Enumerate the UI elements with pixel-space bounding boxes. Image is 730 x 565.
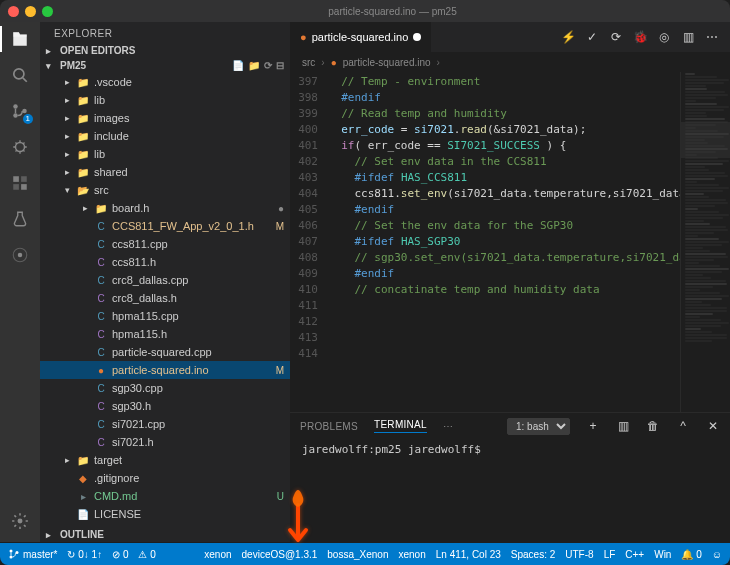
status-os-version[interactable]: deviceOS@1.3.1 [242,549,318,560]
svg-point-13 [10,550,13,553]
more-actions-icon[interactable]: ⋯ [704,29,720,45]
new-folder-icon[interactable]: 📁 [248,60,260,71]
tree-item-label: images [94,112,284,124]
terminal-selector[interactable]: 1: bash [507,418,570,435]
file-row[interactable]: Ccrc8_dallas.cpp [40,271,290,289]
status-win[interactable]: Win [654,549,671,560]
minimap[interactable] [680,72,730,412]
status-flash-target[interactable]: bossa_Xenon [327,549,388,560]
search-activity-icon[interactable] [9,64,31,86]
tab-active-file[interactable]: ● particle-squared.ino [290,22,432,52]
file-row[interactable]: CCCS811_FW_App_v2_0_1.hM [40,217,290,235]
tree-item-label: board.h [112,202,270,214]
breadcrumbs[interactable]: src › ● particle-squared.ino › [290,52,730,72]
status-cursor-position[interactable]: Ln 411, Col 23 [436,549,501,560]
settings-activity-icon[interactable] [9,510,31,532]
close-window-button[interactable] [8,6,19,17]
flash-icon[interactable]: ⚡ [560,29,576,45]
file-row[interactable]: Cparticle-squared.cpp [40,343,290,361]
file-row[interactable]: Csi7021.cpp [40,415,290,433]
test-activity-icon[interactable] [9,208,31,230]
status-sync[interactable]: ↻ 0↓ 1↑ [67,549,102,560]
split-terminal-icon[interactable]: ▥ [616,419,630,433]
status-indentation[interactable]: Spaces: 2 [511,549,555,560]
minimize-window-button[interactable] [25,6,36,17]
status-errors[interactable]: ⊘ 0 [112,549,128,560]
new-file-icon[interactable]: 📄 [232,60,244,71]
compile-icon[interactable]: ✓ [584,29,600,45]
folder-row[interactable]: ▸📁lib [40,91,290,109]
window-controls [8,6,53,17]
folder-row[interactable]: ▸📁target [40,451,290,469]
tree-item-label: shared [94,166,284,178]
tree-item-label: .vscode [94,76,284,88]
file-row[interactable]: Cccs811.h [40,253,290,271]
panel-tab-problems[interactable]: Problems [300,421,358,432]
code-content[interactable]: // Temp - environment #endif // Read tem… [328,72,680,412]
status-language[interactable]: C++ [625,549,644,560]
file-row[interactable]: Csi7021.h [40,433,290,451]
debug-icon[interactable]: 🐞 [632,29,648,45]
chevron-right-icon: ▸ [46,46,56,56]
file-row[interactable]: Chpma115.cpp [40,307,290,325]
maximize-panel-icon[interactable]: ^ [676,419,690,433]
particle-activity-icon[interactable] [9,244,31,266]
folder-row[interactable]: ▸📁.vscode [40,73,290,91]
folder-row[interactable]: ▸📁shared [40,163,290,181]
file-row[interactable]: ●particle-squared.inoM [40,361,290,379]
status-eol[interactable]: LF [604,549,616,560]
status-warnings[interactable]: ⚠ 0 [138,549,155,560]
file-row[interactable]: 📄LICENSE [40,505,290,523]
refresh-icon[interactable]: ⟳ [264,60,272,71]
maximize-window-button[interactable] [42,6,53,17]
folder-icon: 📁 [76,95,90,106]
code-editor[interactable]: 3973983994004014024034044054064074084094… [290,72,730,412]
tree-item-label: ccs811.cpp [112,238,284,250]
terminal-content[interactable]: jaredwolff:pm25 jaredwolff$ [290,439,730,542]
folder-row[interactable]: ▸📁board.h● [40,199,290,217]
file-row[interactable]: ◆.gitignore [40,469,290,487]
file-tree: ▸📁.vscode▸📁lib▸📁images▸📁include▸📁lib▸📁sh… [40,73,290,527]
file-icon: C [94,329,108,340]
folder-row[interactable]: ▸📁lib [40,145,290,163]
breadcrumb-folder[interactable]: src [302,57,315,68]
target-icon[interactable]: ◎ [656,29,672,45]
panel-tab-more[interactable]: ⋯ [443,421,453,432]
status-notifications[interactable]: 🔔 0 [681,549,701,560]
status-branch[interactable]: master* [8,548,57,560]
file-row[interactable]: Ccrc8_dallas.h [40,289,290,307]
status-encoding[interactable]: UTF-8 [565,549,593,560]
tree-item-label: LICENSE [94,508,284,520]
chevron-right-icon: ▸ [62,77,72,87]
folder-row[interactable]: ▸📁images [40,109,290,127]
status-target-name[interactable]: xenon [398,549,425,560]
folder-row[interactable]: ▸📁include [40,127,290,145]
close-panel-icon[interactable]: ✕ [706,419,720,433]
file-row[interactable]: Csgp30.h [40,397,290,415]
collapse-icon[interactable]: ⊟ [276,60,284,71]
sync-icon[interactable]: ⟳ [608,29,624,45]
file-row[interactable]: ▸CMD.mdU [40,487,290,505]
modified-dot-icon [413,33,421,41]
status-device[interactable]: xenon [204,549,231,560]
kill-terminal-icon[interactable]: 🗑 [646,419,660,433]
file-row[interactable]: Csgp30.cpp [40,379,290,397]
debug-activity-icon[interactable] [9,136,31,158]
scm-activity-icon[interactable]: 1 [9,100,31,122]
workspace-section[interactable]: ▾ PM25 📄 📁 ⟳ ⊟ [40,58,290,73]
open-editors-section[interactable]: ▸ Open Editors [40,43,290,58]
tree-item-label: lib [94,148,284,160]
status-feedback[interactable]: ☺ [712,549,722,560]
branch-icon [8,548,20,560]
new-terminal-icon[interactable]: + [586,419,600,433]
svg-rect-6 [13,176,19,182]
file-row[interactable]: Chpma115.h [40,325,290,343]
split-editor-icon[interactable]: ▥ [680,29,696,45]
outline-section[interactable]: ▸ Outline [40,527,290,542]
explorer-activity-icon[interactable] [9,28,31,50]
folder-row[interactable]: ▾📂src [40,181,290,199]
file-row[interactable]: Cccs811.cpp [40,235,290,253]
breadcrumb-file[interactable]: particle-squared.ino [343,57,431,68]
extensions-activity-icon[interactable] [9,172,31,194]
panel-tab-terminal[interactable]: Terminal [374,419,427,433]
